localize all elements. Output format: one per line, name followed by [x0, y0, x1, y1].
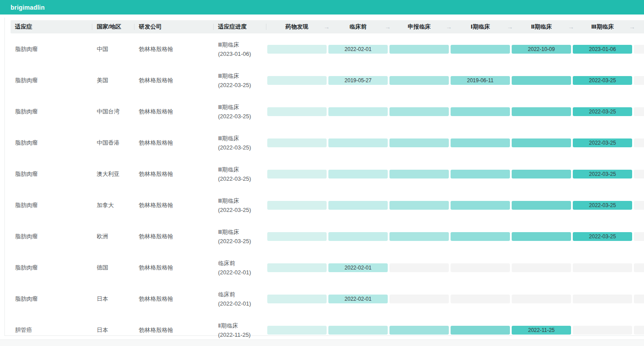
stage-bar: [389, 76, 449, 85]
progress-cell: Ⅱ期临床 (2022-11-25): [214, 321, 266, 339]
company-cell: 勃林格殷格翰: [135, 108, 214, 116]
stage-bar: [451, 138, 510, 147]
stage-bar: [389, 201, 449, 210]
stage-bar: [389, 263, 449, 272]
stage-bar: [389, 170, 449, 178]
stage-column-label: 申报临床: [408, 23, 431, 31]
stage-bar: [512, 232, 571, 241]
indication-cell: 脂肪肉瘤: [11, 233, 92, 240]
region-cell: 中国台湾: [92, 108, 135, 116]
stage-cell: [266, 138, 327, 147]
stage-cell: [327, 170, 389, 178]
stage-cell: [389, 263, 450, 272]
stage-cell: [511, 263, 572, 272]
stage-bar: [328, 170, 388, 178]
progress-date: (2022-03-25): [218, 205, 266, 215]
stage-cell: [633, 326, 644, 335]
stage-cell: [266, 326, 327, 335]
stage-bar: [634, 326, 644, 335]
stage-bar: [634, 107, 644, 116]
stage-cell: [266, 107, 327, 116]
stage-bar: [267, 232, 327, 241]
stage-bar: [512, 295, 571, 303]
stage-cell: 2022-03-25: [572, 138, 633, 147]
stage-cell: 2022-02-01: [327, 263, 389, 272]
region-cell: 中国香港: [92, 139, 135, 147]
stage-cell: [450, 107, 511, 116]
company-cell: 勃林格殷格翰: [135, 139, 214, 147]
column-header-indication: 适应症: [11, 20, 92, 33]
table-row[interactable]: 脂肪肉瘤 日本 勃林格殷格翰 临床前 (2022-02-01) 2022-02-…: [11, 283, 644, 314]
progress-stage: Ⅱ期临床: [218, 321, 266, 330]
stage-bar: [573, 326, 632, 335]
stage-column-header: Ⅰ期临床 →: [450, 20, 511, 33]
table-row[interactable]: 脂肪肉瘤 欧洲 勃林格殷格翰 Ⅲ期临床 (2022-03-25) 2022-03…: [11, 221, 644, 252]
progress-cell: Ⅲ期临床 (2022-03-25): [214, 71, 266, 90]
progress-stage: Ⅲ期临床: [218, 134, 266, 143]
stage-bar: 2022-03-25: [573, 170, 632, 178]
progress-cell: 临床前 (2022-02-01): [214, 290, 266, 308]
indication-cell: 脂肪肉瘤: [11, 201, 92, 209]
stage-cell: [511, 201, 572, 210]
stage-cell: [511, 107, 572, 116]
stage-cell: [511, 170, 572, 178]
stage-cell: [633, 45, 644, 54]
stage-bar: [634, 138, 644, 147]
stage-column-label: 临床前: [349, 23, 367, 31]
table-row[interactable]: 脂肪肉瘤 德国 勃林格殷格翰 临床前 (2022-02-01) 2022-02-…: [11, 252, 644, 283]
stage-bar: [389, 326, 449, 335]
table-header: 适应症 国家/地区 研发公司 适应症进度 药物发现 → 临床前 → 申报临床 →…: [11, 20, 644, 33]
progress-date: (2022-03-25): [218, 237, 266, 246]
progress-stage: Ⅲ期临床: [218, 71, 266, 80]
company-cell: 勃林格殷格翰: [135, 45, 214, 53]
table-row[interactable]: 脂肪肉瘤 中国香港 勃林格殷格翰 Ⅲ期临床 (2022-03-25) 2022-…: [11, 127, 644, 158]
region-cell: 中国: [92, 45, 135, 53]
progress-stage: Ⅲ期临床: [218, 196, 266, 205]
progress-cell: Ⅲ期临床 (2022-03-25): [214, 196, 266, 215]
stage-bar: [512, 263, 571, 272]
table-row[interactable]: 脂肪肉瘤 加拿大 勃林格殷格翰 Ⅲ期临床 (2022-03-25) 2022-0…: [11, 189, 644, 221]
progress-stage: Ⅲ期临床: [218, 227, 266, 237]
stage-bar: [512, 170, 571, 178]
stage-bar: [451, 295, 510, 303]
progress-cell: Ⅲ期临床 (2023-01-06): [214, 40, 266, 58]
stage-column-header: [633, 20, 644, 33]
stage-bar: [267, 170, 327, 178]
stage-column-label: 药物发现: [286, 23, 309, 31]
stage-bar: 2022-10-09: [512, 45, 571, 54]
stage-bar: 2019-06-11: [451, 76, 510, 85]
stage-bar: [267, 326, 327, 335]
stage-bar: [634, 232, 644, 241]
region-cell: 德国: [92, 264, 135, 272]
progress-stage: Ⅲ期临床: [218, 165, 266, 174]
table-row[interactable]: 脂肪肉瘤 美国 勃林格殷格翰 Ⅲ期临床 (2022-03-25) 2019-05…: [11, 65, 644, 96]
indication-cell: 脂肪肉瘤: [11, 76, 92, 84]
stage-bar: [634, 76, 644, 85]
column-header-region: 国家/地区: [92, 20, 135, 33]
company-cell: 勃林格殷格翰: [135, 264, 214, 272]
progress-cell: Ⅲ期临床 (2022-03-25): [214, 134, 266, 152]
stage-cell: [389, 201, 450, 210]
progress-stage: 临床前: [218, 259, 266, 268]
stage-bar: [451, 201, 510, 210]
table-row[interactable]: 脂肪肉瘤 澳大利亚 勃林格殷格翰 Ⅲ期临床 (2022-03-25) 2022-…: [11, 158, 644, 189]
stage-bar: [267, 45, 327, 54]
progress-cell: Ⅲ期临床 (2022-03-25): [214, 165, 266, 183]
stage-column-header: 临床前 →: [327, 20, 389, 33]
stage-cell: [266, 201, 327, 210]
region-cell: 美国: [92, 76, 135, 84]
table-row[interactable]: 脂肪肉瘤 中国 勃林格殷格翰 Ⅲ期临床 (2023-01-06) 2022-02…: [11, 33, 644, 65]
progress-stage: 临床前: [218, 290, 266, 299]
stage-cell: 2022-02-01: [327, 295, 389, 303]
stage-cell: [389, 295, 450, 303]
stage-cell: [633, 201, 644, 210]
stage-column-label: Ⅱ期临床: [531, 23, 552, 31]
stage-cell: [572, 326, 633, 335]
company-cell: 勃林格殷格翰: [135, 326, 214, 334]
stage-bar: [328, 201, 388, 210]
stage-cell: 2022-03-25: [572, 232, 633, 241]
stage-bar: [573, 295, 632, 303]
table-row[interactable]: 脂肪肉瘤 中国台湾 勃林格殷格翰 Ⅲ期临床 (2022-03-25) 2022-…: [11, 96, 644, 127]
stage-bar: [389, 107, 449, 116]
stage-bar: [573, 263, 632, 272]
